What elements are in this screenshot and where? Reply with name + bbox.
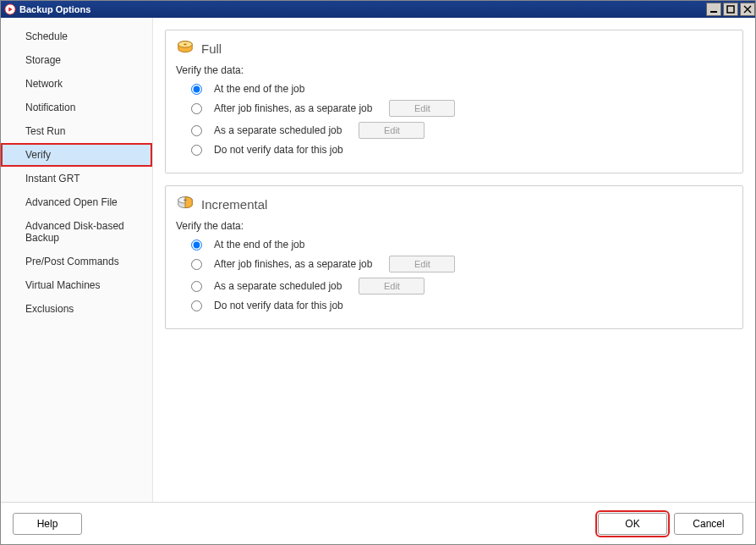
sidebar-item-label: Network [25, 78, 63, 90]
radio-full-3[interactable] [191, 125, 202, 136]
sidebar-item-network[interactable]: Network [1, 72, 152, 96]
panel-full-prompt: Verify the data: [176, 64, 732, 76]
radio-label: After job finishes, as a separate job [214, 258, 372, 270]
body-area: Schedule Storage Network Notification Te… [1, 18, 755, 502]
radio-label: At the end of the job [214, 239, 304, 250]
full-option-3[interactable]: As a separate scheduled job Edit [191, 122, 732, 139]
edit-button-incr-2[interactable]: Edit [389, 256, 455, 272]
sidebar: Schedule Storage Network Notification Te… [1, 18, 153, 502]
svg-rect-3 [727, 6, 734, 13]
window-title: Backup Options [19, 4, 90, 14]
sidebar-item-label: Advanced Open File [25, 196, 118, 208]
sidebar-item-schedule[interactable]: Schedule [1, 25, 152, 48]
app-icon [4, 3, 16, 15]
radio-full-2[interactable] [191, 103, 202, 114]
sidebar-item-label: Virtual Machines [25, 279, 101, 291]
window-root: Backup Options Schedule Storage Network … [0, 0, 756, 545]
sidebar-item-instant-grt[interactable]: Instant GRT [1, 167, 152, 190]
panel-incremental: Incremental Verify the data: At the end … [165, 185, 743, 329]
panel-incremental-prompt: Verify the data: [176, 220, 732, 232]
cancel-button[interactable]: Cancel [674, 513, 743, 535]
sidebar-item-label: Schedule [25, 30, 68, 42]
panel-incremental-title: Incremental [201, 197, 267, 212]
disk-incremental-icon [176, 195, 194, 213]
radio-full-1[interactable] [191, 84, 202, 95]
window-controls [704, 3, 755, 16]
sidebar-item-label: Pre/Post Commands [25, 256, 119, 267]
sidebar-item-label: Advanced Disk-based Backup [25, 220, 124, 244]
panel-full-title: Full [201, 41, 222, 56]
radio-label: Do not verify data for this job [214, 300, 343, 311]
minimize-button[interactable] [706, 3, 721, 16]
sidebar-item-label: Notification [25, 102, 75, 113]
close-button[interactable] [740, 3, 755, 16]
ok-button[interactable]: OK [598, 513, 667, 535]
sidebar-item-advanced-open-file[interactable]: Advanced Open File [1, 190, 152, 214]
incr-option-2[interactable]: After job finishes, as a separate job Ed… [191, 256, 732, 272]
edit-button-full-3[interactable]: Edit [359, 122, 425, 139]
incr-option-3[interactable]: As a separate scheduled job Edit [191, 278, 732, 295]
incr-option-1[interactable]: At the end of the job [191, 239, 732, 250]
radio-incr-3[interactable] [191, 281, 202, 292]
radio-label: Do not verify data for this job [214, 144, 343, 156]
sidebar-item-label: Storage [25, 54, 61, 66]
full-option-2[interactable]: After job finishes, as a separate job Ed… [191, 100, 732, 117]
title-bar: Backup Options [1, 1, 755, 18]
radio-full-4[interactable] [191, 145, 202, 156]
incr-option-4[interactable]: Do not verify data for this job [191, 300, 732, 311]
disk-full-icon [176, 39, 194, 58]
help-button[interactable]: Help [13, 513, 82, 535]
sidebar-item-label: Verify [25, 149, 51, 161]
sidebar-item-label: Test Run [25, 125, 65, 137]
sidebar-item-label: Instant GRT [25, 173, 79, 184]
radio-incr-2[interactable] [191, 259, 202, 270]
sidebar-item-advanced-disk-backup[interactable]: Advanced Disk-based Backup [1, 214, 152, 250]
main-content: Full Verify the data: At the end of the … [153, 18, 755, 502]
radio-incr-1[interactable] [191, 239, 202, 250]
radio-label: As a separate scheduled job [214, 124, 342, 136]
radio-incr-4[interactable] [191, 300, 202, 311]
maximize-button[interactable] [723, 3, 738, 16]
full-option-4[interactable]: Do not verify data for this job [191, 144, 732, 156]
radio-label: As a separate scheduled job [214, 280, 342, 292]
sidebar-item-prepost-commands[interactable]: Pre/Post Commands [1, 250, 152, 273]
sidebar-item-virtual-machines[interactable]: Virtual Machines [1, 273, 152, 297]
footer: Help OK Cancel [1, 502, 755, 544]
panel-full: Full Verify the data: At the end of the … [165, 30, 743, 173]
edit-button-full-2[interactable]: Edit [389, 100, 455, 117]
radio-label: At the end of the job [214, 83, 304, 95]
radio-label: After job finishes, as a separate job [214, 102, 372, 114]
sidebar-item-verify[interactable]: Verify [1, 143, 152, 167]
sidebar-item-test-run[interactable]: Test Run [1, 119, 152, 143]
sidebar-item-exclusions[interactable]: Exclusions [1, 297, 152, 321]
sidebar-item-storage[interactable]: Storage [1, 48, 152, 72]
sidebar-item-notification[interactable]: Notification [1, 96, 152, 119]
svg-point-11 [184, 200, 187, 201]
full-option-1[interactable]: At the end of the job [191, 83, 732, 95]
svg-point-8 [184, 44, 187, 46]
sidebar-item-label: Exclusions [25, 303, 74, 315]
edit-button-incr-3[interactable]: Edit [359, 278, 425, 295]
